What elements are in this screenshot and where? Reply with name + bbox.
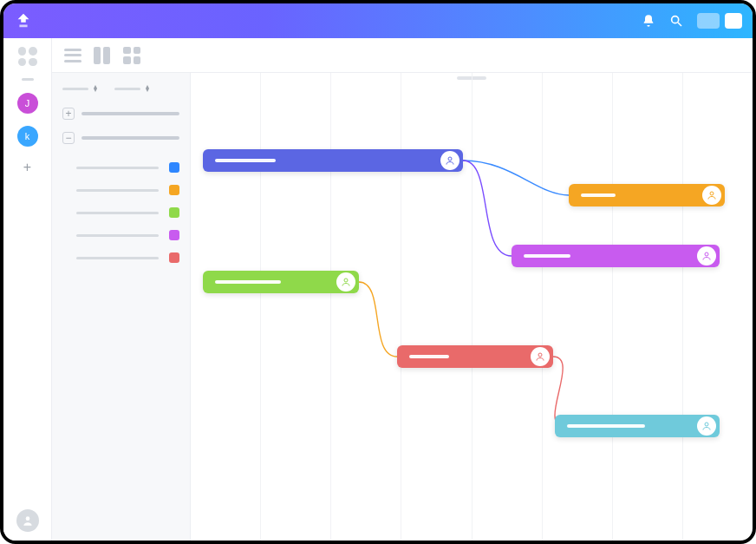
- bell-icon[interactable]: [642, 14, 655, 28]
- svg-point-6: [344, 279, 348, 282]
- assignee-avatar[interactable]: [440, 151, 459, 170]
- task-title-placeholder: [581, 193, 616, 197]
- svg-point-0: [672, 16, 679, 23]
- status-dot: [169, 230, 179, 240]
- workspace-avatar-k[interactable]: k: [17, 126, 38, 147]
- collapse-toggle[interactable]: −: [62, 132, 75, 144]
- sort-control-b[interactable]: ▴▾: [114, 85, 149, 92]
- task-list-panel: ▴▾ ▴▾ + −: [52, 73, 191, 541]
- task-title-placeholder: [215, 159, 276, 162]
- gantt-task-bar[interactable]: [397, 345, 553, 368]
- assignee-avatar[interactable]: [531, 347, 550, 366]
- view-switcher: [52, 38, 753, 73]
- status-dot: [169, 185, 179, 195]
- gantt-task-bar[interactable]: [569, 184, 725, 206]
- gantt-task-bar[interactable]: [203, 149, 463, 172]
- task-title-placeholder: [524, 254, 570, 258]
- search-icon[interactable]: [669, 14, 683, 28]
- assignee-avatar[interactable]: [697, 246, 716, 265]
- svg-point-8: [705, 423, 708, 426]
- assignee-avatar[interactable]: [697, 416, 716, 436]
- board-view-icon[interactable]: [94, 47, 111, 64]
- assignee-avatar[interactable]: [336, 272, 355, 292]
- list-item[interactable]: [62, 179, 179, 201]
- list-view-icon[interactable]: [64, 47, 81, 64]
- svg-point-7: [538, 353, 542, 357]
- expand-toggle[interactable]: +: [62, 108, 75, 120]
- topbar: [3, 3, 753, 38]
- add-workspace-button[interactable]: +: [19, 159, 36, 176]
- group-label: [81, 112, 179, 115]
- workspace-avatar-j[interactable]: J: [17, 93, 38, 114]
- gantt-canvas[interactable]: [191, 73, 753, 541]
- profile-avatar[interactable]: [16, 509, 39, 532]
- list-item[interactable]: [62, 246, 179, 269]
- svg-point-4: [710, 192, 714, 195]
- task-group-expanded: −: [62, 132, 179, 269]
- svg-point-2: [25, 516, 29, 521]
- status-dot: [169, 207, 179, 218]
- list-item[interactable]: [62, 156, 179, 179]
- app-window: J k + ▴▾ ▴▾: [0, 0, 756, 544]
- task-title-placeholder: [215, 280, 281, 284]
- group-label: [81, 136, 179, 140]
- rail-divider: [22, 78, 34, 81]
- task-title-placeholder: [567, 424, 645, 428]
- status-dot: [169, 162, 179, 173]
- task-group-collapsed: +: [62, 108, 179, 120]
- status-dot: [169, 252, 179, 263]
- topbar-chip-b[interactable]: [725, 13, 742, 29]
- grid-view-icon[interactable]: [123, 47, 140, 64]
- gantt-task-bar[interactable]: [512, 245, 720, 267]
- svg-line-1: [678, 23, 681, 26]
- svg-point-5: [705, 252, 708, 256]
- task-title-placeholder: [409, 355, 449, 358]
- svg-point-3: [448, 157, 452, 161]
- list-item[interactable]: [62, 201, 179, 224]
- gantt-task-bar[interactable]: [555, 415, 720, 437]
- timeline-grid: [191, 73, 753, 541]
- assignee-avatar[interactable]: [702, 186, 721, 205]
- apps-icon[interactable]: [18, 47, 37, 66]
- app-logo-icon: [14, 11, 33, 30]
- list-item[interactable]: [62, 224, 179, 246]
- workspace-rail: J k +: [3, 38, 52, 541]
- gantt-task-bar[interactable]: [203, 271, 359, 293]
- topbar-chip-a[interactable]: [697, 13, 720, 29]
- sort-control-a[interactable]: ▴▾: [62, 85, 97, 92]
